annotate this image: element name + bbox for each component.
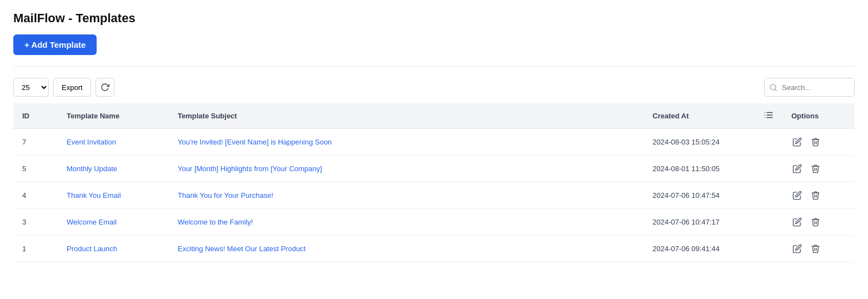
cell-filter	[755, 209, 782, 236]
delete-icon	[811, 217, 820, 227]
edit-button[interactable]	[791, 243, 803, 255]
table-row: 4 Thank You Email Thank You for Your Pur…	[13, 182, 855, 209]
refresh-button[interactable]	[96, 78, 114, 97]
cell-created: 2024-07-06 09:41:44	[644, 236, 755, 262]
cell-subject: Your [Month] Highlights from [Your Compa…	[169, 156, 644, 182]
cell-created: 2024-08-03 15:05:24	[644, 129, 755, 156]
edit-icon	[792, 244, 802, 253]
cell-id: 4	[13, 182, 58, 209]
cell-name: Thank You Email	[58, 182, 169, 209]
template-name-link[interactable]: Event Invitation	[67, 138, 116, 146]
add-template-button[interactable]: + Add Template	[13, 34, 97, 55]
table-row: 5 Monthly Update Your [Month] Highlights…	[13, 156, 855, 182]
edit-button[interactable]	[791, 216, 803, 228]
edit-icon	[792, 191, 802, 200]
edit-button[interactable]	[791, 163, 803, 175]
cell-filter	[755, 182, 782, 209]
edit-icon	[792, 137, 802, 147]
template-name-link[interactable]: Thank You Email	[67, 191, 121, 200]
table-row: 7 Event Invitation You're Invited! [Even…	[13, 129, 855, 156]
cell-name: Welcome Email	[58, 209, 169, 236]
template-name-link[interactable]: Monthly Update	[67, 165, 117, 173]
divider	[13, 66, 855, 67]
cell-subject: Welcome to the Family!	[169, 209, 644, 236]
page-container: MailFlow - Templates + Add Template 10 2…	[0, 0, 868, 273]
column-filter-icon	[764, 110, 774, 120]
template-subject-link[interactable]: Thank You for Your Purchase!	[178, 191, 273, 200]
template-subject-link[interactable]: Exciting News! Meet Our Latest Product	[178, 245, 305, 253]
cell-created: 2024-08-01 11:50:05	[644, 156, 755, 182]
template-subject-link[interactable]: Your [Month] Highlights from [Your Compa…	[178, 165, 322, 173]
table-header-row: ID Template Name Template Subject Create…	[13, 103, 855, 129]
toolbar: 10 25 50 100 Export	[13, 78, 855, 97]
col-header-subject: Template Subject	[169, 103, 644, 129]
cell-subject: Thank You for Your Purchase!	[169, 182, 644, 209]
col-header-id: ID	[13, 103, 58, 129]
delete-icon	[811, 191, 820, 200]
template-subject-link[interactable]: Welcome to the Family!	[178, 218, 253, 226]
edit-icon	[792, 164, 802, 173]
cell-options	[782, 236, 855, 262]
cell-options	[782, 182, 855, 209]
cell-options	[782, 209, 855, 236]
cell-id: 7	[13, 129, 58, 156]
search-icon-wrap	[765, 78, 782, 96]
template-name-link[interactable]: Product Launch	[67, 245, 117, 253]
table-row: 1 Product Launch Exciting News! Meet Our…	[13, 236, 855, 262]
template-name-link[interactable]: Welcome Email	[67, 218, 117, 226]
delete-icon	[811, 137, 820, 147]
page-size-select[interactable]: 10 25 50 100	[13, 78, 49, 97]
cell-filter	[755, 156, 782, 182]
cell-options	[782, 156, 855, 182]
cell-name: Product Launch	[58, 236, 169, 262]
delete-icon	[811, 244, 820, 253]
cell-subject: You're Invited! [Event Name] is Happenin…	[169, 129, 644, 156]
search-input[interactable]	[782, 78, 854, 96]
col-header-created: Created At	[644, 103, 755, 129]
toolbar-left: 10 25 50 100 Export	[13, 78, 114, 97]
table-row: 3 Welcome Email Welcome to the Family! 2…	[13, 209, 855, 236]
templates-table: ID Template Name Template Subject Create…	[13, 103, 855, 262]
table-body: 7 Event Invitation You're Invited! [Even…	[13, 129, 855, 262]
delete-button[interactable]	[810, 243, 821, 255]
cell-name: Monthly Update	[58, 156, 169, 182]
cell-filter	[755, 129, 782, 156]
cell-created: 2024-07-06 10:47:17	[644, 209, 755, 236]
cell-subject: Exciting News! Meet Our Latest Product	[169, 236, 644, 262]
edit-button[interactable]	[791, 136, 803, 148]
cell-id: 5	[13, 156, 58, 182]
refresh-icon	[101, 83, 109, 92]
delete-button[interactable]	[810, 190, 821, 201]
edit-icon	[792, 217, 802, 227]
export-button[interactable]: Export	[53, 78, 91, 97]
cell-name: Event Invitation	[58, 129, 169, 156]
search-icon	[769, 83, 777, 92]
template-subject-link[interactable]: You're Invited! [Event Name] is Happenin…	[178, 138, 332, 146]
cell-options	[782, 129, 855, 156]
search-box	[764, 78, 855, 97]
delete-icon	[811, 164, 820, 173]
cell-created: 2024-07-06 10:47:54	[644, 182, 755, 209]
delete-button[interactable]	[810, 216, 821, 228]
cell-id: 1	[13, 236, 58, 262]
edit-button[interactable]	[791, 190, 803, 201]
delete-button[interactable]	[810, 163, 821, 175]
svg-line-1	[775, 89, 776, 91]
cell-filter	[755, 236, 782, 262]
cell-id: 3	[13, 209, 58, 236]
col-header-options: Options	[782, 103, 855, 129]
delete-button[interactable]	[810, 136, 821, 148]
col-header-filter[interactable]	[755, 103, 782, 129]
col-header-name: Template Name	[58, 103, 169, 129]
page-title: MailFlow - Templates	[13, 11, 855, 26]
